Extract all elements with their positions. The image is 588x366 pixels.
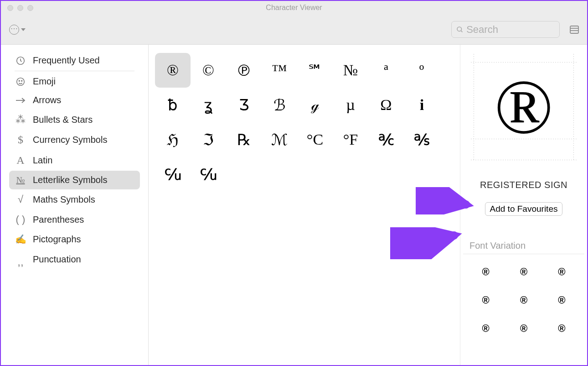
character-cell[interactable]: ª [368, 53, 404, 88]
picto-icon: ✍ [15, 234, 26, 245]
font-variation-item[interactable]: ® [520, 294, 527, 306]
character-grid: ®©℗™℠№ªºƀʓƷℬℊµΩ𝐢ℌℑ℞ℳ°C°F℀℁℆℆ [155, 53, 454, 192]
paren-icon: ( ) [15, 214, 26, 225]
clock-icon [15, 56, 26, 66]
character-cell[interactable]: ℌ [155, 122, 191, 157]
letterlike-icon: № [15, 175, 26, 185]
search-icon [456, 26, 464, 34]
character-cell[interactable]: 𝐢 [404, 88, 439, 122]
character-cell[interactable]: № [333, 53, 368, 88]
character-cell[interactable]: ℬ [262, 88, 297, 122]
character-cell[interactable]: Ʒ [226, 88, 262, 122]
emoji-icon [15, 77, 26, 87]
close-window-button[interactable] [7, 5, 13, 11]
sidebar-item-label: Arrows [33, 95, 61, 105]
preview-glyph: ® [494, 68, 553, 146]
svg-point-7 [19, 80, 20, 81]
font-variation-item[interactable]: ® [520, 323, 527, 335]
character-cell[interactable]: ℁ [404, 122, 439, 157]
character-cell[interactable]: ™ [262, 53, 297, 88]
sidebar-item-label: Parentheses [33, 214, 84, 225]
list-view-icon[interactable] [570, 26, 579, 34]
chevron-down-icon [21, 28, 26, 31]
font-variation-item[interactable]: ® [520, 266, 527, 278]
svg-point-8 [21, 80, 22, 81]
font-variation-item[interactable]: ® [482, 266, 490, 278]
svg-rect-2 [570, 26, 578, 33]
add-to-favourites-button[interactable]: Add to Favourites [485, 202, 563, 216]
action-menu-button[interactable] [9, 25, 26, 35]
sidebar-item-punctuation[interactable]: ,,Punctuation [9, 249, 140, 270]
character-cell[interactable]: °F [333, 122, 368, 157]
character-cell[interactable]: ℆ [155, 157, 191, 192]
sidebar: Frequently UsedEmojiArrows⁂Bullets & Sta… [1, 45, 149, 365]
character-cell[interactable]: º [404, 53, 439, 88]
character-cell[interactable]: ℆ [191, 157, 226, 192]
character-cell[interactable]: ℑ [191, 122, 226, 157]
sidebar-item-pictographs[interactable]: ✍Pictographs [9, 230, 140, 249]
character-cell[interactable]: Ω [368, 88, 404, 122]
sidebar-item-label: Bullets & Stars [33, 115, 93, 125]
character-cell[interactable]: µ [333, 88, 368, 122]
sidebar-item-label: Punctuation [33, 254, 81, 265]
latin-icon: A [15, 154, 26, 167]
bullets-icon: ⁂ [15, 114, 26, 125]
titlebar: Character Viewer [1, 1, 587, 15]
sidebar-item-label: Maths Symbols [33, 194, 95, 205]
sidebar-item-label: Latin [33, 155, 52, 166]
arrow-icon [15, 97, 26, 104]
sidebar-item-parentheses[interactable]: ( )Parentheses [9, 209, 140, 230]
character-preview: ® [471, 54, 577, 160]
sidebar-item-label: Currency Symbols [33, 135, 107, 145]
font-variation-item[interactable]: ® [558, 323, 565, 335]
svg-point-6 [17, 78, 25, 85]
character-cell[interactable]: ℀ [368, 122, 404, 157]
sidebar-item-currency-symbols[interactable]: $Currency Symbols [9, 130, 140, 150]
font-variation-item[interactable]: ® [558, 266, 565, 278]
character-cell[interactable]: © [191, 53, 226, 88]
content: Frequently UsedEmojiArrows⁂Bullets & Sta… [1, 45, 587, 365]
sidebar-item-bullets-stars[interactable]: ⁂Bullets & Stars [9, 110, 140, 130]
character-cell[interactable]: ℗ [226, 53, 262, 88]
font-variation-item[interactable]: ® [558, 294, 565, 306]
search-box[interactable] [451, 21, 560, 38]
toolbar [1, 15, 587, 45]
window-title: Character Viewer [1, 4, 587, 12]
punct-icon: ,, [15, 253, 26, 266]
sidebar-item-letterlike-symbols[interactable]: №Letterlike Symbols [9, 171, 140, 189]
character-cell[interactable]: ® [155, 53, 191, 88]
sidebar-item-maths-symbols[interactable]: √Maths Symbols [9, 189, 140, 209]
sidebar-item-arrows[interactable]: Arrows [9, 91, 140, 110]
currency-icon: $ [15, 134, 26, 146]
sidebar-item-label: Letterlike Symbols [33, 175, 107, 185]
character-cell[interactable]: °C [297, 122, 333, 157]
svg-point-0 [457, 26, 461, 31]
sidebar-item-label: Frequently Used [33, 55, 100, 66]
font-variation-item[interactable]: ® [482, 294, 490, 306]
zoom-window-button[interactable] [27, 5, 33, 11]
font-variation-grid: ®®®®®®®®® [463, 254, 584, 346]
svg-line-11 [392, 235, 454, 250]
svg-line-10 [418, 195, 466, 204]
character-cell[interactable]: ʓ [191, 88, 226, 122]
sidebar-item-frequently-used[interactable]: Frequently Used [9, 51, 140, 70]
gear-icon [9, 25, 19, 35]
math-icon: √ [15, 193, 26, 205]
minimize-window-button[interactable] [17, 5, 23, 11]
sidebar-item-emoji[interactable]: Emoji [9, 72, 140, 91]
sidebar-divider [15, 71, 134, 71]
annotation-arrow [390, 227, 463, 259]
character-name: REGISTERED SIGN [463, 180, 584, 190]
character-cell[interactable]: ℠ [297, 53, 333, 88]
character-cell[interactable]: ℳ [262, 122, 297, 157]
detail-pane: ® REGISTERED SIGN Add to Favourites Font… [460, 45, 587, 365]
svg-line-1 [461, 31, 462, 32]
sidebar-item-latin[interactable]: ALatin [9, 150, 140, 171]
font-variation-header: Font Variation [463, 238, 584, 254]
character-cell[interactable]: ℞ [226, 122, 262, 157]
font-variation-item[interactable]: ® [482, 323, 490, 335]
character-cell[interactable]: ℊ [297, 88, 333, 122]
character-cell[interactable]: ƀ [155, 88, 191, 122]
search-input[interactable] [466, 24, 555, 36]
sidebar-item-label: Pictographs [33, 234, 81, 245]
